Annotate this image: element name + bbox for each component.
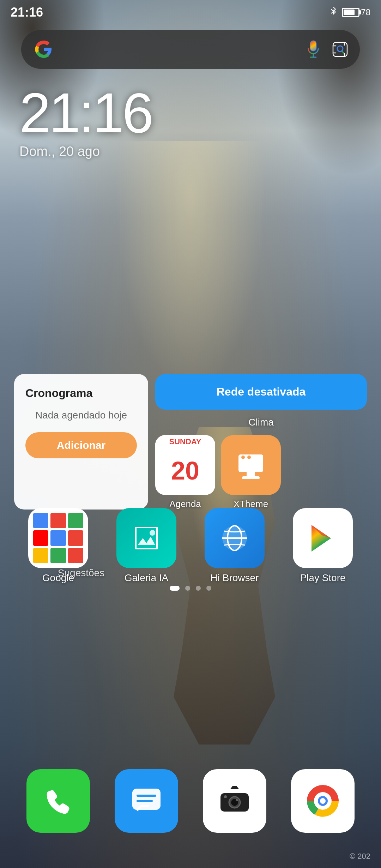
cronograma-widget: Cronograma Nada agendado hoje Adicionar <box>14 374 148 510</box>
svg-point-29 <box>320 798 326 804</box>
widgets-row: Cronograma Nada agendado hoje Adicionar … <box>14 374 367 510</box>
small-apps-row: SUNDAY 20 Agenda XTheme <box>155 435 367 510</box>
clock-time: 21:16 <box>19 85 152 141</box>
clima-label: Clima <box>155 415 367 429</box>
galeria-ia-app-label: Galeria IA <box>125 572 169 584</box>
page-dot-4[interactable] <box>206 586 211 591</box>
svg-point-12 <box>247 456 251 459</box>
calendar-header: SUNDAY <box>155 435 215 447</box>
google-dot-drive <box>50 530 66 545</box>
svg-point-11 <box>241 456 245 459</box>
cronograma-title: Cronograma <box>25 387 137 400</box>
cronograma-empty-text: Nada agendado hoje <box>25 410 137 421</box>
google-dot-green <box>50 548 66 563</box>
battery-box <box>342 8 359 17</box>
galeria-ia-app-item[interactable]: Galeria IA <box>108 508 185 584</box>
right-widgets: Rede desativada Clima SUNDAY 20 Agenda <box>155 374 367 510</box>
google-logo <box>32 37 56 61</box>
galeria-ia-app-icon <box>116 508 176 568</box>
chrome-dock-item[interactable] <box>291 769 355 833</box>
play-store-app-item[interactable]: Play Store <box>284 508 362 584</box>
google-dot-maps <box>50 513 66 528</box>
svg-rect-10 <box>242 476 260 479</box>
dragon-right-decoration <box>275 0 381 176</box>
rede-desativada-button[interactable]: Rede desativada <box>155 374 367 410</box>
svg-point-23 <box>236 799 238 801</box>
play-store-app-label: Play Store <box>300 572 345 584</box>
google-app-icon <box>28 508 88 568</box>
add-event-button[interactable]: Adicionar <box>25 432 137 458</box>
phone-dock-item[interactable] <box>26 769 90 833</box>
page-dot-3[interactable] <box>196 586 201 591</box>
search-bar[interactable] <box>21 30 360 69</box>
google-dot-photos <box>68 548 83 563</box>
dock <box>14 769 367 833</box>
voice-search-icon[interactable] <box>304 40 322 59</box>
clock-widget: 21:16 Dom., 20 ago <box>19 85 152 159</box>
svg-point-24 <box>224 795 227 798</box>
app-row-1: Google Galeria IA <box>14 508 367 584</box>
google-dot-yellow <box>33 548 48 563</box>
status-bar: 21:16 78 <box>0 0 381 25</box>
hi-browser-app-label: Hi Browser <box>211 572 259 584</box>
google-dot-g <box>33 513 48 528</box>
svg-point-13 <box>150 530 155 536</box>
bluetooth-icon <box>329 6 338 19</box>
svg-rect-2 <box>310 41 316 51</box>
page-dot-2[interactable] <box>185 586 190 591</box>
clock-date: Dom., 20 ago <box>19 144 152 159</box>
hi-browser-app-item[interactable]: Hi Browser <box>196 508 273 584</box>
status-icons: 78 <box>329 6 370 19</box>
app-grid: Google Galeria IA <box>14 508 367 591</box>
battery-percent: 78 <box>361 7 370 17</box>
google-dot-yt <box>33 530 48 545</box>
svg-point-6 <box>337 46 343 52</box>
svg-rect-9 <box>247 471 255 477</box>
search-bar-actions <box>304 40 349 59</box>
status-time: 21:16 <box>11 5 43 20</box>
copyright: © 202 <box>350 852 370 861</box>
messages-dock-item[interactable] <box>115 769 178 833</box>
google-dot-nav <box>68 513 83 528</box>
page-dot-1[interactable] <box>170 586 180 591</box>
calendar-app-icon[interactable]: SUNDAY 20 Agenda <box>155 435 215 510</box>
camera-dock-item[interactable] <box>203 769 266 833</box>
play-store-app-icon <box>293 508 353 568</box>
google-dot-red <box>68 530 83 545</box>
google-app-label: Google <box>42 572 74 584</box>
calendar-day: 20 <box>155 447 215 495</box>
battery-fill <box>344 10 355 15</box>
page-indicators <box>0 586 381 591</box>
google-app-item[interactable]: Google <box>19 508 97 584</box>
svg-rect-5 <box>333 42 347 56</box>
hi-browser-app-icon <box>205 508 265 568</box>
battery-indicator: 78 <box>342 7 370 17</box>
google-lens-icon[interactable] <box>331 40 349 59</box>
xtheme-app-icon[interactable]: XTheme <box>221 435 281 510</box>
